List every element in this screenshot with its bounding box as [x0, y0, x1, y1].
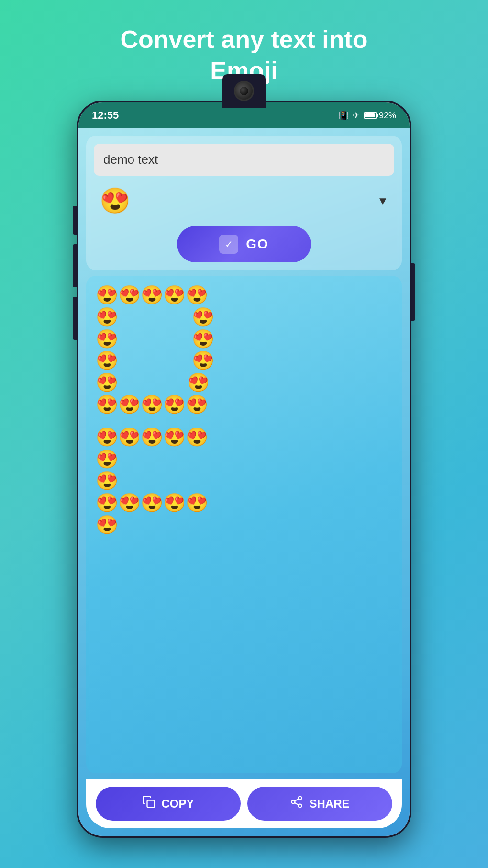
emoji-row-10: 😍 😍 😍 😍 😍 [96, 493, 392, 513]
svg-rect-0 [147, 800, 155, 808]
svg-line-4 [295, 803, 299, 805]
emoji-row-5: 😍 😍 😍 😍 [96, 373, 392, 393]
selected-emoji[interactable]: 😍 [100, 186, 131, 215]
bottom-bar: COPY SHARE [86, 779, 402, 828]
svg-line-5 [295, 799, 299, 801]
go-button[interactable]: ✓ GO [177, 226, 311, 262]
emoji-cell: 😍 [96, 471, 118, 491]
svg-point-2 [292, 800, 295, 804]
emoji-cell: 😍 [96, 329, 118, 349]
battery-indicator: 92% [364, 111, 396, 121]
emoji-cell: 😍 [141, 493, 163, 513]
emoji-cell: 😍 [118, 285, 141, 305]
camera-lens [234, 81, 254, 101]
share-icon [290, 795, 303, 812]
emoji-row-2: 😍 😍 😍 😍 [96, 307, 392, 327]
emoji-row-4: 😍 😍 😍 😍 [96, 351, 392, 371]
emoji-cell: 😍 [96, 351, 118, 371]
input-card: 😍 ▼ ✓ GO [86, 136, 402, 270]
emoji-cell: 😍 [141, 428, 163, 448]
emoji-row-7: 😍 😍 😍 😍 😍 [96, 428, 392, 448]
phone-body: 12:55 📳 ✈ 92% [77, 101, 411, 838]
emoji-row-6: 😍 😍 😍 😍 😍 [96, 395, 392, 415]
emoji-row-3: 😍 😍 😍 😍 [96, 329, 392, 349]
emoji-cell: 😍 [96, 395, 118, 415]
emoji-cell: 😍 [186, 285, 208, 305]
status-time: 12:55 [92, 109, 119, 122]
camera-popup [222, 74, 266, 108]
volume-up-button[interactable] [73, 206, 77, 235]
svg-point-3 [299, 804, 302, 808]
dropdown-arrow-icon[interactable]: ▼ [377, 194, 388, 208]
phone-mockup: 12:55 📳 ✈ 92% [77, 101, 411, 838]
emoji-cell: 😍 [141, 395, 163, 415]
power-button[interactable] [411, 263, 415, 321]
copy-icon [142, 795, 155, 812]
app-content: 😍 ▼ ✓ GO 😍 😍 😍 [78, 128, 410, 836]
check-icon: ✓ [219, 235, 238, 254]
copy-label: COPY [161, 797, 194, 811]
emoji-row-11: 😍 [96, 515, 392, 535]
header-title: Convert any text into [120, 25, 367, 53]
emoji-row-1: 😍 😍 😍 😍 😍 [96, 285, 392, 305]
emoji-cell: 😍 [186, 493, 208, 513]
row-spacer [96, 417, 392, 426]
emoji-cell: 😍 [186, 428, 208, 448]
emoji-cell: 😍 [192, 329, 214, 349]
emoji-cell: 😍 [192, 307, 214, 327]
emoji-cell: 😍 [186, 395, 208, 415]
volume-down-button[interactable] [73, 244, 77, 287]
emoji-cell: 😍 [96, 515, 118, 535]
emoji-row-8: 😍 [96, 450, 392, 470]
battery-fill [365, 113, 375, 117]
go-label: GO [246, 237, 269, 252]
emoji-cell: 😍 [163, 493, 186, 513]
emoji-cell: 😍 [163, 395, 186, 415]
battery-icon [364, 112, 377, 119]
emoji-cell: 😍 [96, 428, 118, 448]
camera-button[interactable] [73, 297, 77, 340]
emoji-cell: 😍 [192, 351, 214, 371]
copy-button[interactable]: COPY [96, 787, 241, 821]
emoji-display: 😍 😍 😍 😍 😍 😍 😍 😍 😍 [96, 285, 392, 535]
emoji-cell: 😍 [187, 373, 210, 393]
emoji-cell: 😍 [96, 493, 118, 513]
phone-screen: 12:55 📳 ✈ 92% [78, 102, 410, 836]
emoji-cell: 😍 [163, 428, 186, 448]
battery-percent: 92% [379, 111, 396, 121]
status-icons: 📳 ✈ 92% [338, 110, 396, 121]
emoji-selector-row[interactable]: 😍 ▼ [94, 182, 394, 219]
emoji-cell: 😍 [96, 307, 118, 327]
emoji-cell: 😍 [118, 395, 141, 415]
svg-point-1 [299, 796, 302, 800]
emoji-cell: 😍 [118, 493, 141, 513]
emoji-cell: 😍 [163, 285, 186, 305]
vibrate-icon: 📳 [338, 110, 349, 121]
emoji-row-9: 😍 [96, 471, 392, 491]
camera-lens-inner [240, 87, 248, 95]
text-input[interactable] [94, 144, 394, 176]
share-label: SHARE [309, 797, 349, 811]
share-button[interactable]: SHARE [247, 787, 392, 821]
output-card: 😍 😍 😍 😍 😍 😍 😍 😍 😍 [86, 276, 402, 773]
emoji-cell: 😍 [96, 450, 118, 470]
emoji-cell: 😍 [118, 428, 141, 448]
emoji-cell: 😍 [96, 373, 118, 393]
airplane-icon: ✈ [353, 110, 360, 121]
emoji-cell: 😍 [96, 285, 118, 305]
emoji-cell: 😍 [141, 285, 163, 305]
